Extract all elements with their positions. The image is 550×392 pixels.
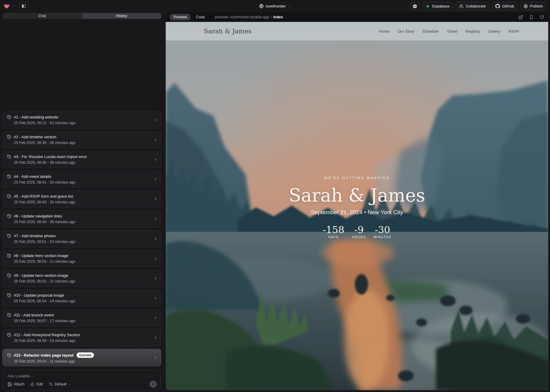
history-item[interactable]: #13 - Refactor index page layout Current…: [2, 349, 161, 366]
history-item[interactable]: #1 - Add wedding website 25 Feb 2025, 08…: [2, 111, 161, 129]
mode-select[interactable]: Default: [49, 382, 71, 386]
history-item-meta: 25 Feb 2025, 08:22 - 52 minutes ago: [14, 121, 151, 125]
history-item-title: #10 - Update proposal image: [14, 293, 64, 298]
countdown-label: HOURS: [352, 235, 366, 239]
mobile-view-button[interactable]: [529, 15, 533, 19]
lovable-logo-menu[interactable]: [4, 3, 14, 9]
history-item[interactable]: #8 - Update hero section image 25 Feb 20…: [2, 250, 161, 267]
history-item-meta: 25 Feb 2025, 08:36 - 38 minutes ago: [14, 141, 151, 145]
history-item[interactable]: #11 - Add brunch event 25 Feb 2025, 08:5…: [2, 309, 161, 327]
settings-button[interactable]: [410, 2, 420, 10]
preview-domain: preview--lovefrontier.lovable.app: [215, 15, 269, 19]
site-nav-link[interactable]: Home: [379, 29, 390, 34]
project-switcher[interactable]: lovefrontier: [259, 0, 291, 12]
app-topbar: lovefrontier Supabase Collaborate GitHub: [0, 0, 550, 12]
edit-select-button[interactable]: Edit: [30, 382, 43, 387]
history-item-title: #4 - Add event details: [14, 174, 51, 179]
hero-eyebrow: WE'RE GETTING MARRIED: [166, 175, 548, 180]
left-panel: ChatHistory #1 - Add wedding website 25 …: [0, 12, 164, 392]
history-icon: [7, 194, 11, 199]
history-item[interactable]: #4 - Add event details 25 Feb 2025, 08:4…: [2, 171, 161, 188]
history-item-meta: 25 Feb 2025, 08:54 - 19 minutes ago: [14, 299, 151, 303]
history-item-title: #6 - Update navigation links: [14, 214, 62, 218]
lovable-heart-icon: [4, 3, 10, 9]
hero-content: WE'RE GETTING MARRIED Sarah & James Sept…: [166, 175, 548, 239]
countdown: -158 DAYS -9 HOURS -30 MINUTES: [166, 224, 548, 239]
chevron-right-icon: [153, 336, 158, 340]
history-item[interactable]: #12 - Add Honeyfund Registry Section 25 …: [2, 329, 161, 346]
history-item-title: #12 - Add Honeyfund Registry Section: [14, 333, 80, 337]
history-item-meta: 25 Feb 2025, 08:48 - 26 minutes ago: [14, 220, 151, 224]
users-icon: [459, 4, 464, 8]
site-brand-text: Sarah & James: [204, 28, 252, 35]
collaborate-label: Collaborate: [466, 4, 486, 8]
countdown-label: DAYS: [323, 235, 344, 239]
chevron-right-icon: [153, 355, 158, 360]
github-icon: [495, 4, 500, 8]
history-icon: [7, 353, 11, 358]
preview-url[interactable]: preview--lovefrontier.lovable.app / inde…: [215, 15, 287, 19]
history-item[interactable]: #2 - Add timeline section 25 Feb 2025, 0…: [2, 131, 161, 148]
globe-icon: [259, 4, 264, 8]
chevron-right-icon: [153, 197, 158, 201]
chevron-down-icon: [11, 5, 14, 7]
supabase-button[interactable]: Supabase: [422, 2, 453, 10]
site-nav: HomeOur StoryScheduleTravelRegistryGalle…: [379, 29, 519, 34]
panel-tab[interactable]: Chat: [2, 13, 82, 19]
chevron-right-icon: [153, 177, 158, 181]
countdown-label: MINUTES: [374, 235, 391, 239]
history-item[interactable]: #10 - Update proposal image 25 Feb 2025,…: [2, 289, 161, 307]
preview-toolbar: PreviewCode preview--lovefrontier.lovabl…: [166, 12, 548, 22]
site-nav-link[interactable]: RSVP: [509, 29, 519, 34]
send-button[interactable]: [150, 381, 157, 388]
target-icon: [30, 382, 35, 387]
chevron-right-icon: [153, 316, 158, 320]
chevron-right-icon: [153, 256, 158, 261]
sidebar-toggle-button[interactable]: [19, 2, 29, 10]
gear-icon: [412, 4, 417, 9]
history-icon: [7, 214, 11, 218]
prompt-composer[interactable]: Ask Lovable... Attach Edit Default: [3, 370, 161, 391]
history-item[interactable]: #5 - Add RSVP form and guest list 25 Feb…: [2, 190, 161, 208]
history-item[interactable]: #9 - Update hero section image 25 Feb 20…: [2, 270, 161, 287]
history-list: #1 - Add wedding website 25 Feb 2025, 08…: [0, 19, 164, 368]
history-item-title: #2 - Add timeline section: [14, 135, 56, 139]
panel-tab[interactable]: History: [82, 13, 162, 19]
open-external-button[interactable]: [518, 15, 523, 19]
preview-page: index: [273, 15, 283, 19]
history-item[interactable]: #7 - Add timeline photos 25 Feb 2025, 08…: [2, 230, 161, 247]
publish-button[interactable]: Publish: [520, 2, 546, 10]
chat-history-tabs: ChatHistory: [2, 13, 161, 19]
chevron-right-icon: [153, 217, 158, 221]
preview-code-tabs: PreviewCode: [170, 14, 208, 20]
chevron-right-icon: [153, 276, 158, 280]
site-nav-link[interactable]: Gallery: [488, 29, 500, 34]
history-icon: [7, 174, 11, 179]
history-icon: [7, 293, 11, 298]
refresh-button[interactable]: [540, 15, 544, 19]
preview-tab[interactable]: Preview: [170, 14, 190, 20]
chevron-down-icon: [68, 383, 71, 386]
site-brand[interactable]: Sarah & James: [195, 28, 252, 35]
countdown-value: -9: [352, 224, 366, 235]
site-nav-link[interactable]: Travel: [447, 29, 458, 34]
history-icon: [7, 333, 11, 337]
prompt-input[interactable]: Ask Lovable...: [8, 374, 156, 378]
attach-button[interactable]: Attach: [8, 382, 24, 387]
history-item-meta: 25 Feb 2025, 08:57 - 17 minutes ago: [14, 319, 151, 323]
site-nav-link[interactable]: Registry: [466, 29, 480, 34]
github-button[interactable]: GitHub: [492, 2, 518, 10]
history-item[interactable]: #6 - Update navigation links 25 Feb 2025…: [2, 210, 161, 228]
supabase-label: Supabase: [432, 4, 450, 8]
preview-tab[interactable]: Code: [192, 14, 208, 20]
history-icon: [7, 115, 11, 119]
site-nav-link[interactable]: Schedule: [422, 29, 439, 34]
path-separator: /: [270, 15, 271, 19]
chevron-right-icon: [153, 296, 158, 300]
history-item-title: #1 - Add wedding website: [14, 115, 58, 119]
site-nav-link[interactable]: Our Story: [397, 29, 414, 34]
countdown-value: -158: [323, 224, 344, 235]
history-item[interactable]: #3 - Fix: Resolve Lucide-react import er…: [2, 151, 161, 168]
collaborate-button[interactable]: Collaborate: [455, 2, 489, 10]
history-item-title: #9 - Update hero section image: [14, 273, 68, 278]
